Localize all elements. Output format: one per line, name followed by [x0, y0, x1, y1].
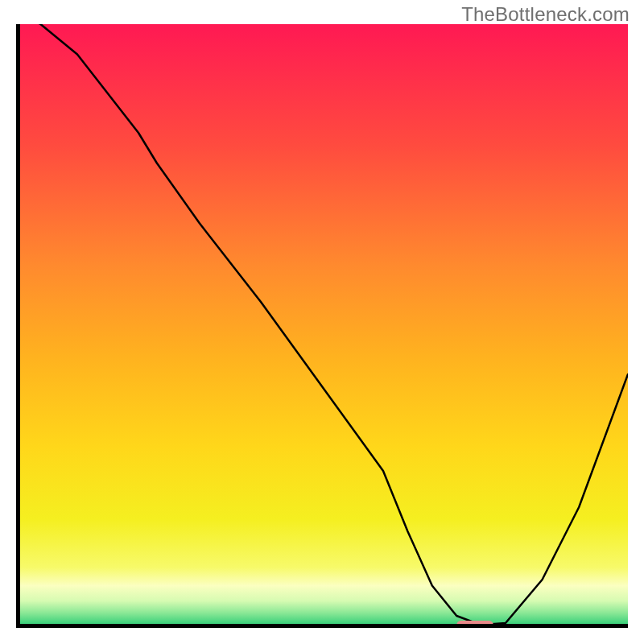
plot-area	[16, 24, 628, 628]
chart-overlay	[16, 24, 628, 628]
watermark-text: TheBottleneck.com	[461, 3, 630, 26]
optimal-marker	[456, 621, 493, 628]
chart-frame: TheBottleneck.com	[0, 0, 644, 644]
bottleneck-curve	[16, 24, 628, 625]
